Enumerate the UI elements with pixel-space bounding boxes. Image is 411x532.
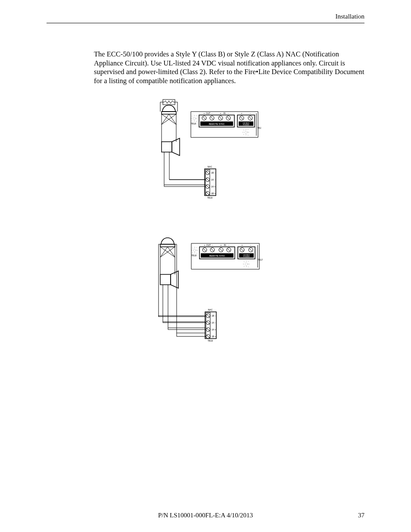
svg-line-26 <box>192 120 193 121</box>
svg-text:1B −: 1B − <box>211 171 216 174</box>
svg-point-139 <box>245 263 248 265</box>
nac-label: NAC <box>208 308 213 311</box>
svg-point-103 <box>193 249 196 252</box>
diagram-style-y: REMOTE SYNC + OUT − + IN − TB18 24V AUX … <box>149 99 262 211</box>
svg-line-24 <box>192 116 193 117</box>
section-title: Installation <box>336 13 365 20</box>
svg-line-144 <box>244 261 245 262</box>
svg-text:POWER: POWER <box>243 256 250 258</box>
svg-text:1A −: 1A − <box>212 321 216 324</box>
svg-text:1A +: 1A + <box>211 185 215 188</box>
svg-text:REMOTE SYNC: REMOTE SYNC <box>209 123 225 125</box>
svg-line-110 <box>192 252 193 253</box>
svg-text:1B −: 1B − <box>212 314 216 317</box>
svg-line-63 <box>248 129 249 130</box>
svg-line-25 <box>196 121 197 122</box>
aux-power-terminal: 24V AUX POWER + − <box>237 112 255 127</box>
svg-rect-92 <box>160 274 171 285</box>
nac-terminal: 1B − 1A − 1A + 1B + <box>205 312 216 339</box>
svg-text:+: + <box>242 244 243 246</box>
svg-text:+: + <box>221 244 222 246</box>
svg-text:1B +: 1B + <box>211 192 216 195</box>
sunburst-icon <box>191 247 198 254</box>
svg-text:+: + <box>220 112 221 115</box>
svg-text:−: − <box>228 244 230 246</box>
remote-sync-terminal: REMOTE SYNC + OUT − + IN − <box>199 112 234 127</box>
svg-line-84 <box>160 247 168 257</box>
svg-rect-14 <box>162 142 172 152</box>
sunburst-icon <box>243 129 249 136</box>
svg-text:IN: IN <box>224 112 226 115</box>
sunburst-icon <box>191 115 198 122</box>
svg-text:−: − <box>250 244 252 246</box>
running-header: Installation <box>47 13 364 23</box>
svg-line-27 <box>196 115 197 116</box>
sunburst-icon <box>243 261 250 268</box>
svg-text:−: − <box>212 112 213 115</box>
tb18-label: TB18 <box>191 254 196 257</box>
strobe-icon <box>162 105 176 128</box>
svg-rect-83 <box>160 244 175 247</box>
svg-text:−: − <box>212 244 213 246</box>
svg-text:REMOTE SYNC: REMOTE SYNC <box>209 255 225 257</box>
svg-text:+: + <box>241 112 243 115</box>
svg-line-111 <box>196 247 197 248</box>
tb19-label: TB19 <box>207 196 212 199</box>
svg-point-19 <box>193 117 196 120</box>
tb17-label: TB17 <box>258 258 263 261</box>
figure-style-z: REMOTE SYNC + OUT − + IN − TB18 24V AUX … <box>47 236 364 357</box>
svg-line-60 <box>243 130 244 131</box>
nac-label: NAC <box>208 165 212 168</box>
svg-text:OUT: OUT <box>206 112 211 115</box>
svg-line-145 <box>248 267 249 268</box>
svg-text:+: + <box>204 112 205 115</box>
svg-text:IN: IN <box>224 244 226 246</box>
svg-text:1A +: 1A + <box>212 328 216 331</box>
nac-terminal: 1B − 1A − 1A + 1B + <box>205 169 216 196</box>
tb19-label: TB19 <box>208 339 213 342</box>
svg-line-109 <box>196 253 197 254</box>
svg-line-62 <box>243 134 244 135</box>
svg-line-147 <box>248 261 249 261</box>
svg-text:−: − <box>228 112 229 115</box>
svg-line-6 <box>162 114 169 124</box>
svg-rect-2 <box>163 100 175 105</box>
footer-doc-id: P/N LS10001-000FL-E:A 4/10/2013 <box>47 512 364 519</box>
svg-line-146 <box>244 266 245 267</box>
page-footer: P/N LS10001-000FL-E:A 4/10/2013 37 <box>47 512 364 519</box>
remote-sync-terminal: REMOTE SYNC + OUT − + IN − <box>199 244 235 259</box>
svg-text:OUT: OUT <box>206 244 211 246</box>
svg-line-61 <box>248 135 249 136</box>
svg-text:+: + <box>204 244 206 246</box>
aux-power-terminal: 24V AUX POWER + − <box>238 244 255 259</box>
svg-text:−: − <box>250 112 251 115</box>
svg-text:1A −: 1A − <box>211 178 215 181</box>
strobe-icon <box>160 238 175 261</box>
svg-line-85 <box>168 247 175 257</box>
figure-style-y: REMOTE SYNC + OUT − + IN − TB18 24V AUX … <box>47 99 364 211</box>
body-paragraph: The ECC-50/100 provides a Style Y (Class… <box>94 50 364 86</box>
svg-line-108 <box>192 248 193 249</box>
svg-point-55 <box>245 131 247 134</box>
svg-rect-5 <box>162 112 176 114</box>
svg-text:POWER: POWER <box>243 124 249 126</box>
svg-text:1B +: 1B + <box>212 335 216 338</box>
svg-line-7 <box>169 114 176 124</box>
tb18-label: TB18 <box>191 122 196 125</box>
diagram-style-z: REMOTE SYNC + OUT − + IN − TB18 24V AUX … <box>143 236 268 357</box>
